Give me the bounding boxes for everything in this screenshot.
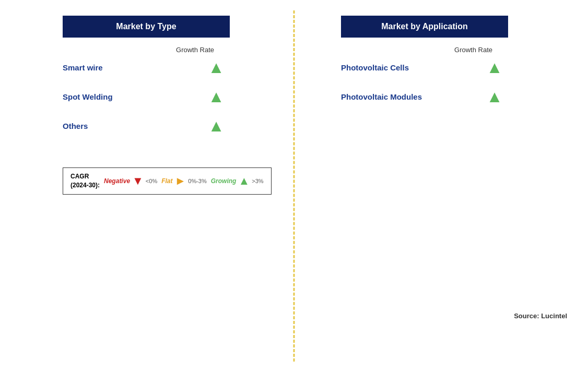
legend-growing-label: Growing (211, 177, 237, 185)
legend-negative-value: <0% (146, 178, 157, 184)
vertical-divider (293, 10, 295, 362)
legend-green-arrow: ▲ (238, 174, 250, 188)
legend-flat-value: 0%-3% (188, 178, 206, 184)
app-item-pv-modules: Photovoltaic Modules ▲ (341, 88, 508, 105)
right-growth-rate-label: Growth Rate (341, 46, 508, 54)
legend-flat: Flat ► 0%-3% (161, 174, 207, 188)
arrow-up-others: ▲ (208, 117, 225, 134)
right-section-header: Market by Application (341, 16, 508, 38)
legend-cagr-label: CAGR(2024-30): (70, 172, 100, 190)
legend-box: CAGR(2024-30): Negative ▼ <0% Flat ► 0%-… (63, 167, 272, 195)
app-item-pv-cells: Photovoltaic Cells ▲ (341, 59, 508, 76)
legend-orange-arrow: ► (175, 174, 186, 188)
type-label-spot-welding: Spot Welding (63, 92, 113, 101)
legend-negative-label: Negative (104, 177, 130, 185)
left-panel: Market by Type Growth Rate Smart wire ▲ … (0, 0, 310, 372)
left-section-header: Market by Type (63, 16, 230, 38)
legend-growing-value: >3% (252, 178, 263, 184)
arrow-up-spot-welding: ▲ (208, 88, 225, 105)
legend-negative: Negative ▼ <0% (104, 174, 157, 188)
type-item-smart-wire: Smart wire ▲ (63, 59, 230, 76)
legend-flat-label: Flat (161, 177, 172, 185)
type-label-smart-wire: Smart wire (63, 63, 103, 72)
left-growth-rate-label: Growth Rate (63, 46, 230, 54)
type-label-others: Others (63, 122, 88, 130)
type-item-others: Others ▲ (63, 117, 230, 134)
arrow-up-pv-modules: ▲ (486, 88, 503, 105)
type-item-spot-welding: Spot Welding ▲ (63, 88, 230, 105)
main-container: Market by Type Growth Rate Smart wire ▲ … (0, 0, 588, 372)
legend-growing: Growing ▲ >3% (211, 174, 264, 188)
legend-red-arrow: ▼ (132, 174, 144, 188)
source-label: Source: Lucintel (514, 312, 567, 320)
arrow-up-pv-cells: ▲ (486, 59, 503, 76)
app-label-pv-modules: Photovoltaic Modules (341, 92, 422, 101)
app-label-pv-cells: Photovoltaic Cells (341, 63, 409, 72)
right-panel: Market by Application Growth Rate Photov… (310, 0, 588, 372)
arrow-up-smart-wire: ▲ (208, 59, 225, 76)
